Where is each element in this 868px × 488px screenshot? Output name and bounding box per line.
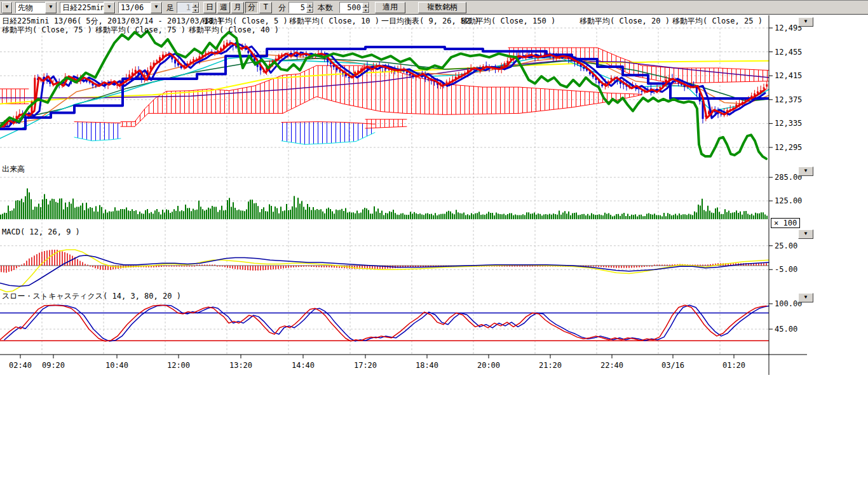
macd-tick-label: 25.00 bbox=[775, 241, 797, 250]
legend-ma40: 移動平均( Close, 40 ) bbox=[189, 25, 279, 36]
legend-ma75-b: 移動平均( Close, 75 ) bbox=[95, 25, 186, 36]
legend-ma75-a: 移動平均( Close, 75 ) bbox=[2, 25, 92, 36]
stoch-tick-label: 45.00 bbox=[775, 325, 797, 334]
legend-ma150: 移動平均( Close, 150 ) bbox=[461, 16, 555, 27]
time-axis-label: 10:40 bbox=[105, 361, 128, 370]
stoch-panel-menu-button[interactable]: ▼ bbox=[798, 293, 813, 302]
price-tick-label: 12,335 bbox=[775, 119, 802, 128]
legend-ma10: 移動平均( Close, 10 ) bbox=[289, 16, 379, 27]
volume-panel-label: 出来高 bbox=[2, 164, 25, 175]
time-axis-label: 02:40 bbox=[9, 361, 32, 370]
time-axis-label: 12:00 bbox=[167, 361, 190, 370]
macd-panel-label: MACD( 12, 26, 9 ) bbox=[2, 227, 80, 236]
time-axis-label: 22:40 bbox=[600, 361, 623, 370]
time-axis-label: 20:00 bbox=[477, 361, 500, 370]
price-tick-label: 12,415 bbox=[775, 71, 802, 80]
time-axis-label: 18:40 bbox=[416, 361, 438, 370]
price-tick-label: 12,295 bbox=[775, 143, 802, 152]
volume-panel-menu-button[interactable]: ▼ bbox=[798, 166, 813, 176]
volume-multiplier-badge: × 100 bbox=[771, 218, 800, 228]
time-axis-label: 09:20 bbox=[42, 361, 65, 370]
time-axis-label: 21:20 bbox=[539, 361, 562, 370]
price-tick-label: 12,455 bbox=[775, 48, 802, 57]
volume-tick-label: 125.00 bbox=[775, 196, 802, 205]
legend-ma20: 移動平均( Close, 20 ) bbox=[580, 16, 670, 27]
price-tick-label: 12,375 bbox=[775, 95, 802, 104]
time-axis-label: 17:20 bbox=[354, 361, 377, 370]
time-axis-label: 13:20 bbox=[229, 361, 252, 370]
macd-panel-menu-button[interactable]: ▼ bbox=[798, 229, 813, 239]
time-axis-label: 14:40 bbox=[292, 361, 315, 370]
chart-canvas: 12,49512,45512,41512,37512,33512,295285.… bbox=[0, 0, 868, 488]
time-axis-label: 01:20 bbox=[722, 361, 745, 370]
stoch-panel-label: スロー・ストキャスティクス( 14, 3, 80, 20 ) bbox=[2, 291, 181, 302]
time-axis-label: 03/16 bbox=[661, 361, 684, 370]
price-panel-menu-button[interactable]: ▼ bbox=[798, 17, 813, 27]
chart-application-window: { "toolbar": { "mini_combo_arrow": "▼", … bbox=[0, 0, 868, 488]
legend-ma25: 移動平均( Close, 25 ) bbox=[672, 16, 763, 27]
macd-tick-label: -5.00 bbox=[775, 265, 797, 274]
